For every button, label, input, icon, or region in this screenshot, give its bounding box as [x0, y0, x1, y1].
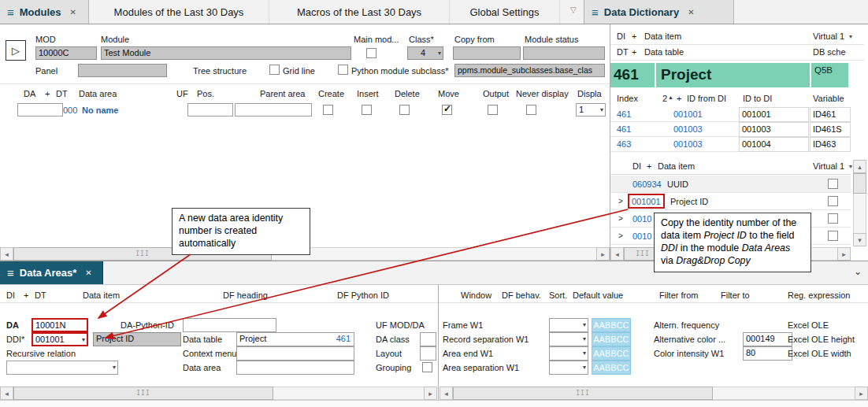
- panel-chevron-icon[interactable]: ⌄: [854, 266, 862, 277]
- ddi-item-name-field[interactable]: Project ID: [93, 332, 181, 346]
- output-checkbox[interactable]: [488, 105, 498, 115]
- parent-area-field[interactable]: [235, 103, 312, 117]
- tab-overflow-icon[interactable]: ▽: [570, 6, 577, 14]
- selected-table-schema[interactable]: Q5B: [811, 63, 848, 87]
- tab-data-areas[interactable]: ≡ Data Areas* ✕: [0, 261, 103, 284]
- sort-asc-icon[interactable]: ▲: [668, 94, 673, 100]
- context-menu-field[interactable]: [236, 346, 354, 361]
- alternative-color-field[interactable]: 000149: [743, 332, 792, 346]
- da-id-field[interactable]: [17, 103, 63, 117]
- plus-header[interactable]: +: [647, 161, 651, 172]
- area-separation-w1-select[interactable]: ▾: [549, 361, 588, 375]
- da-python-id-field[interactable]: [183, 318, 276, 332]
- area-end-w1-color-swatch[interactable]: AABBCC: [592, 346, 631, 361]
- data-table-field[interactable]: Project 461: [236, 332, 354, 346]
- run-button[interactable]: ▷: [6, 40, 26, 61]
- selected-table-id[interactable]: 461: [610, 63, 655, 87]
- da-class-field[interactable]: [420, 332, 436, 346]
- data-item-row[interactable]: > 001001 Project ID: [610, 193, 851, 210]
- copy-from-field[interactable]: [453, 46, 521, 60]
- da-col-plus[interactable]: +: [24, 290, 28, 301]
- dt-value[interactable]: 000: [63, 105, 77, 116]
- tab-modules[interactable]: ≡ Modules ✕: [0, 0, 89, 24]
- display-select[interactable]: 1 ▾: [576, 103, 606, 117]
- recursive-relation-select[interactable]: ▾: [6, 361, 118, 375]
- insert-checkbox[interactable]: [362, 105, 372, 115]
- grouping-label: Grouping: [376, 363, 411, 373]
- menu-icon[interactable]: ≡: [7, 266, 14, 279]
- grouping-checkbox[interactable]: [422, 362, 432, 372]
- da-col-di: DI: [6, 290, 15, 301]
- da-id-field[interactable]: 10001N: [32, 318, 88, 332]
- pos-field[interactable]: [187, 103, 233, 117]
- modules-hscroll-right-arrow[interactable]: ▸: [596, 247, 610, 261]
- plus-header[interactable]: +: [677, 94, 681, 104]
- variable-cell[interactable]: ID461S: [810, 122, 851, 137]
- id-to-cell[interactable]: 001004: [739, 137, 809, 152]
- layout-field[interactable]: [420, 346, 436, 361]
- dd-hscroll-right-arrow[interactable]: ▸: [837, 247, 851, 261]
- menu-icon[interactable]: ≡: [7, 6, 14, 19]
- frame-w1-color-swatch[interactable]: AABBCC: [592, 318, 631, 332]
- class-select[interactable]: 4 ▾: [407, 46, 443, 60]
- da-left-hscroll-right-arrow[interactable]: ▸: [424, 387, 437, 400]
- expand-icon[interactable]: >: [618, 214, 623, 224]
- chevron-down-icon[interactable]: ▾: [849, 163, 852, 170]
- da-right-hscroll-right-arrow[interactable]: ▸: [855, 387, 868, 400]
- never-display-checkbox[interactable]: [526, 105, 536, 115]
- plus-header[interactable]: +: [632, 47, 636, 57]
- selected-table-name[interactable]: Project: [656, 63, 810, 87]
- tab-modules-last30[interactable]: Modules of the Last 30 Days: [89, 0, 269, 24]
- grid-line-checkbox[interactable]: [269, 65, 280, 75]
- close-icon[interactable]: ✕: [85, 268, 91, 277]
- virtual-checkbox[interactable]: [828, 213, 838, 224]
- data-item-row[interactable]: 060934 UUID: [610, 176, 851, 193]
- close-icon[interactable]: ✕: [688, 8, 694, 17]
- modules-hscroll-left-arrow[interactable]: ◂: [0, 247, 13, 261]
- panel-field[interactable]: [78, 64, 167, 77]
- variable-cell[interactable]: ID463: [810, 137, 851, 152]
- color-intensity-field[interactable]: 80: [743, 346, 792, 361]
- data-area-field[interactable]: [236, 361, 354, 375]
- record-separation-w1-select[interactable]: ▾: [549, 332, 588, 346]
- frame-w1-select[interactable]: ▾: [549, 318, 588, 332]
- virtual-checkbox[interactable]: [828, 179, 838, 189]
- da-left-hscroll-thumb[interactable]: III: [13, 387, 273, 400]
- mod-field[interactable]: 10000C: [35, 46, 97, 60]
- module-status-field[interactable]: [523, 46, 605, 60]
- tab-global-settings[interactable]: Global Settings: [450, 0, 560, 24]
- da-right-hscroll-thumb[interactable]: III: [453, 387, 713, 400]
- virtual-checkbox[interactable]: [828, 231, 838, 241]
- expand-icon[interactable]: >: [618, 231, 623, 241]
- move-checkbox[interactable]: ✓: [442, 105, 452, 115]
- record-separation-w1-color-swatch[interactable]: AABBCC: [592, 332, 631, 346]
- main-mod-checkbox[interactable]: [366, 48, 377, 58]
- create-checkbox[interactable]: [323, 105, 333, 115]
- id-to-cell[interactable]: 001003: [739, 122, 809, 137]
- expand-icon[interactable]: >: [618, 197, 623, 206]
- dd-vscroll-up-arrow[interactable]: ▴: [853, 160, 866, 173]
- area-separation-w1-color-swatch[interactable]: AABBCC: [592, 361, 631, 375]
- plus-header[interactable]: +: [632, 31, 636, 42]
- python-subclass-checkbox[interactable]: [338, 65, 348, 75]
- close-icon[interactable]: ✕: [70, 8, 76, 17]
- virtual-checkbox[interactable]: [828, 196, 838, 206]
- dd-vscroll-down-arrow[interactable]: ▾: [853, 233, 866, 246]
- dd-hscroll-left-arrow[interactable]: ◂: [610, 247, 624, 261]
- menu-icon[interactable]: ≡: [592, 6, 599, 19]
- id-to-cell[interactable]: 001001: [739, 107, 809, 122]
- ddi-select[interactable]: 001001 ▾: [32, 332, 88, 346]
- delete-checkbox[interactable]: [399, 105, 410, 115]
- dd-vscroll-thumb[interactable]: [853, 173, 866, 194]
- tab-data-dictionary[interactable]: ≡ Data Dictionary ✕: [584, 0, 734, 24]
- tab-macros-last30[interactable]: Macros of the Last 30 Days: [269, 0, 450, 24]
- da-left-hscroll-left-arrow[interactable]: ◂: [0, 387, 13, 400]
- index-value: 461: [617, 109, 631, 120]
- chevron-down-icon[interactable]: ▾: [849, 33, 852, 40]
- module-field[interactable]: Test Module: [101, 46, 351, 60]
- da-right-hscroll-left-arrow[interactable]: ◂: [440, 387, 453, 400]
- variable-cell[interactable]: ID461: [810, 107, 851, 122]
- area-end-w1-select[interactable]: ▾: [549, 346, 588, 361]
- python-subclass-field[interactable]: ppms.module_subclasses.base_clas: [454, 64, 605, 77]
- data-area-name[interactable]: No name: [82, 105, 118, 116]
